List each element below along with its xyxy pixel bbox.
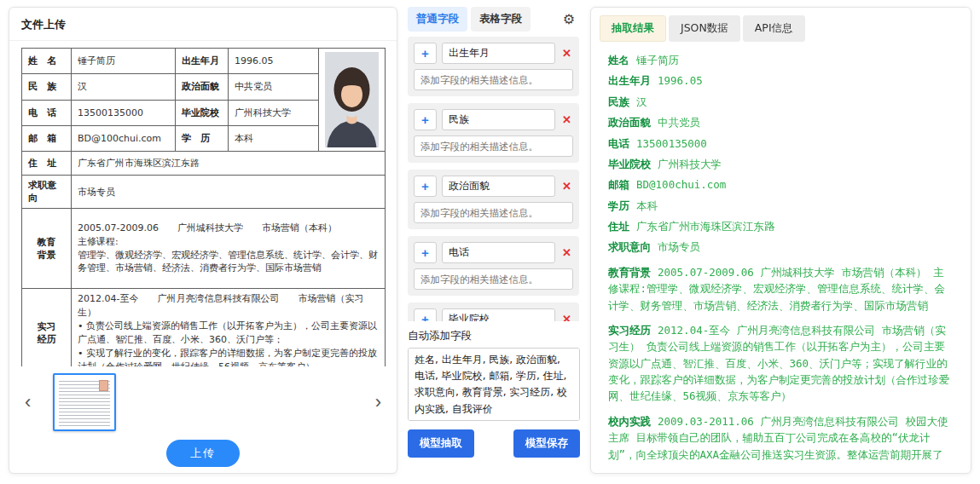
field-row: + ✕ (414, 308, 573, 321)
resume-preview: 姓 名 锤子简历 出生年月 1996.05 (9, 41, 397, 366)
result-label: 出生年月 (608, 74, 651, 87)
portrait-photo (325, 52, 379, 147)
add-field-button[interactable]: + (414, 43, 437, 64)
result-item: 电话13500135000 (608, 135, 954, 152)
result-label: 毕业院校 (608, 158, 651, 170)
fields-tab-bar: 普通字段 表格字段 ⚙ (408, 7, 580, 32)
result-item: 校内实践2009.03-2011.06 广州月亮湾信息科技有限公司 校园大使主席… (608, 413, 954, 464)
result-label: 电话 (608, 137, 629, 150)
cell-label: 政治面貌 (176, 74, 229, 100)
next-page-button[interactable]: › (372, 391, 385, 413)
field-card: + ✕ (408, 236, 579, 296)
add-field-button[interactable]: + (414, 176, 437, 197)
result-value: 市场专员 (658, 240, 700, 253)
result-item: 教育背景2005.07-2009.06 广州城科技大学 市场营销（本科） 主修课… (608, 264, 954, 314)
field-name-input[interactable] (442, 308, 555, 321)
cell-value: 市场专员 (72, 176, 386, 209)
field-name-input[interactable] (442, 109, 555, 130)
delete-field-button[interactable]: ✕ (560, 246, 573, 259)
page-thumbnail[interactable] (53, 373, 116, 431)
cell-value: BD@100chui.com (72, 125, 176, 151)
field-name-input[interactable] (442, 43, 555, 64)
cell-value: 汉 (72, 74, 176, 100)
result-label: 教育背景 (608, 266, 651, 279)
result-value: 2005.07-2009.06 广州城科技大学 市场营销（本科） 主修课程:管理… (608, 266, 945, 312)
cell-label: 邮 箱 (22, 125, 72, 151)
model-buttons-row: 模型抽取 模型保存 (408, 429, 580, 458)
cell-value: 13500135000 (72, 100, 176, 125)
resume-photo-cell (319, 49, 386, 152)
result-value: 13500135000 (636, 137, 707, 150)
tab-normal-fields[interactable]: 普通字段 (408, 7, 467, 32)
result-label: 政治面貌 (608, 116, 651, 129)
result-label: 求职意向 (608, 240, 651, 253)
result-label: 校内实践 (608, 415, 651, 428)
resume-table: 姓 名 锤子简历 出生年月 1996.05 (21, 48, 386, 366)
result-label: 民族 (608, 95, 629, 108)
result-value: 本科 (636, 199, 658, 212)
tab-extract-results[interactable]: 抽取结果 (600, 15, 666, 42)
add-field-button[interactable]: + (414, 109, 437, 130)
result-item: 姓名锤子简历 (608, 52, 954, 68)
delete-field-button[interactable]: ✕ (560, 313, 573, 321)
result-value: 1996.05 (658, 74, 703, 87)
delete-field-button[interactable]: ✕ (560, 113, 573, 126)
mini-photo (99, 380, 108, 391)
cell-label: 住 址 (22, 152, 72, 176)
add-field-button[interactable]: + (414, 242, 437, 263)
cell-label: 实习 经历 (22, 289, 72, 367)
settings-gear-icon[interactable]: ⚙ (558, 12, 580, 27)
result-label: 邮箱 (608, 178, 629, 191)
field-name-input[interactable] (442, 242, 555, 263)
upload-button[interactable]: 上传 (166, 440, 240, 467)
table-row: 实习 经历 2012.04-至今 广州月亮湾信息科技有限公司 市场营销（实习生）… (22, 289, 386, 367)
result-value: 广州科技大学 (658, 158, 722, 170)
delete-field-button[interactable]: ✕ (560, 47, 573, 60)
field-list[interactable]: + ✕ + ✕ + ✕ (408, 37, 580, 321)
tab-table-fields[interactable]: 表格字段 (471, 7, 531, 32)
result-label: 学历 (608, 199, 629, 212)
result-value: BD@100chui.com (636, 178, 726, 191)
result-value: 锤子简历 (636, 54, 679, 66)
result-value: 2009.03-2011.06 广州月亮湾信息科技有限公司 校园大使主席 目标带… (608, 415, 949, 464)
auto-add-textarea[interactable]: 姓名, 出生年月, 民族, 政治面貌, 电话, 毕业院校, 邮箱, 学历, 住址… (408, 348, 580, 421)
delete-field-button[interactable]: ✕ (560, 180, 573, 193)
results-content[interactable]: 姓名锤子简历 出生年月1996.05 民族汉 政治面貌中共党员 电话135001… (600, 49, 962, 464)
field-card: + ✕ (408, 37, 579, 96)
table-row: 姓 名 锤子简历 出生年月 1996.05 (22, 49, 386, 74)
file-upload-panel: 文件上传 姓 名 锤子简历 出生年月 1996.05 (9, 7, 397, 474)
cell-value: 1996.05 (229, 49, 319, 74)
cell-value: 广东省广州市海珠区滨江东路 (72, 152, 386, 176)
result-item: 出生年月1996.05 (608, 72, 954, 89)
result-item: 政治面貌中共党员 (608, 114, 954, 130)
table-row: 求职意向 市场专员 (22, 176, 386, 209)
cell-value: 中共党员 (229, 74, 319, 100)
tab-json-data[interactable]: JSON数据 (669, 15, 740, 42)
result-item: 民族汉 (608, 94, 954, 110)
prev-page-button[interactable]: ‹ (21, 391, 34, 413)
add-field-button[interactable]: + (414, 308, 437, 321)
field-desc-input[interactable] (414, 69, 573, 90)
model-extract-button[interactable]: 模型抽取 (408, 429, 474, 458)
field-desc-input[interactable] (414, 202, 573, 223)
field-card: + ✕ (408, 103, 579, 163)
thumbnail-strip: ‹ › (9, 366, 397, 433)
field-row: + ✕ (414, 242, 573, 263)
tab-api-info[interactable]: API信息 (743, 15, 805, 42)
fields-panel: 普通字段 表格字段 ⚙ + ✕ + ✕ (408, 7, 580, 474)
result-value: 中共党员 (658, 116, 700, 129)
cell-label: 姓 名 (22, 49, 72, 74)
results-tab-bar: 抽取结果 JSON数据 API信息 (600, 15, 962, 42)
result-item: 住址广东省广州市海珠区滨江东路 (608, 218, 954, 234)
cell-label: 民 族 (22, 74, 72, 100)
field-desc-input[interactable] (414, 135, 573, 157)
upload-row: 上传 (9, 433, 397, 467)
app-root: 文件上传 姓 名 锤子简历 出生年月 1996.05 (0, 0, 980, 484)
result-value: 广东省广州市海珠区滨江东路 (636, 220, 775, 233)
model-save-button[interactable]: 模型保存 (513, 429, 580, 458)
field-name-input[interactable] (442, 176, 555, 197)
result-item: 求职意向市场专员 (608, 239, 954, 255)
cell-value: 2005.07-2009.06 广州城科技大学 市场营销（本科） 主修课程: 管… (72, 209, 386, 289)
field-desc-input[interactable] (414, 268, 573, 290)
cell-value: 锤子简历 (72, 49, 176, 74)
